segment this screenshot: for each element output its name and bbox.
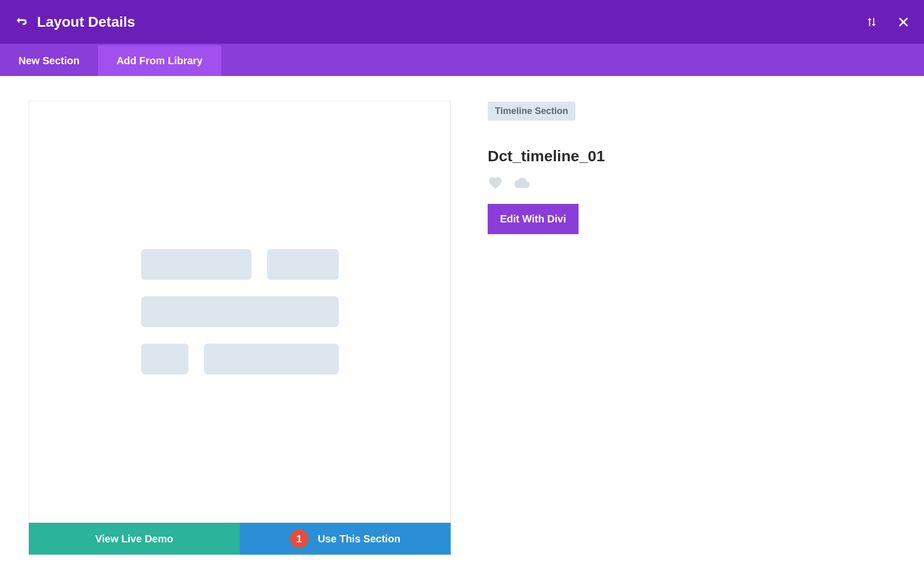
- placeholder-row: [141, 249, 339, 280]
- loading-placeholder: [141, 249, 339, 374]
- header-right: [865, 16, 910, 28]
- layout-title: Dct_timeline_01: [488, 147, 605, 165]
- edit-with-divi-button[interactable]: Edit With Divi: [488, 204, 579, 234]
- sort-icon[interactable]: [865, 16, 878, 28]
- cloud-icon[interactable]: [512, 175, 532, 191]
- placeholder-block: [204, 344, 339, 374]
- tab-bar: New Section Add From Library: [0, 45, 924, 76]
- button-label: Use This Section: [318, 533, 400, 545]
- heart-icon[interactable]: [488, 175, 503, 191]
- placeholder-row: [141, 296, 339, 327]
- back-icon[interactable]: [14, 15, 28, 29]
- tab-add-from-library[interactable]: Add From Library: [98, 45, 221, 76]
- section-tag: Timeline Section: [488, 102, 575, 121]
- placeholder-block: [141, 296, 339, 327]
- tab-new-section[interactable]: New Section: [0, 45, 98, 76]
- close-icon[interactable]: [897, 16, 910, 28]
- use-this-section-button[interactable]: 1 Use This Section: [240, 523, 451, 555]
- details-column: Timeline Section Dct_timeline_01 Edit Wi…: [488, 101, 605, 555]
- placeholder-block: [141, 344, 188, 374]
- preview-actions: View Live Demo 1 Use This Section: [29, 523, 451, 555]
- content-area: View Live Demo 1 Use This Section Timeli…: [0, 76, 924, 568]
- step-badge: 1: [290, 529, 309, 548]
- placeholder-block: [141, 249, 252, 280]
- button-label: View Live Demo: [95, 533, 174, 545]
- preview-column: View Live Demo 1 Use This Section: [29, 101, 451, 555]
- modal-header: Layout Details: [0, 0, 924, 45]
- placeholder-row: [141, 344, 339, 374]
- preview-box: [29, 101, 451, 523]
- icon-row: [488, 175, 532, 191]
- placeholder-block: [267, 249, 339, 280]
- header-left: Layout Details: [14, 14, 135, 30]
- page-title: Layout Details: [37, 14, 135, 30]
- view-live-demo-button[interactable]: View Live Demo: [29, 523, 240, 555]
